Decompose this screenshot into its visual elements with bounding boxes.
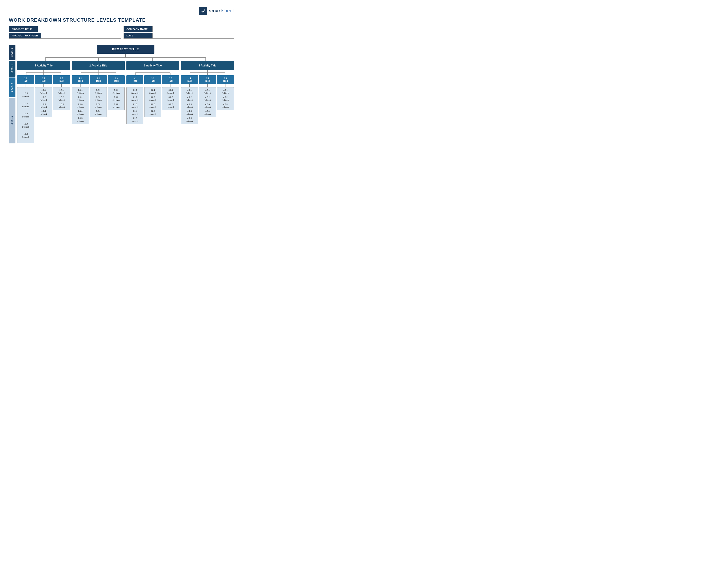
info-row-2: PROJECT MANAGER DATE [9,32,234,39]
activity-2-section: 2 Activity Title 2.1 Task 2.1.1Subtask [72,61,125,143]
sub-1-2-3: 1.2.3Subtask [36,103,51,109]
wbs-diagram: LEVEL 1 LEVEL 2 LEVEL 3 LEVEL 4 PROJECT … [9,45,234,143]
sub-1-1-5: 1.1.5Subtask [18,132,33,139]
task-1-1-box: 1.1 Task [17,75,34,84]
project-manager-cell: PROJECT MANAGER [9,32,121,39]
vc-3-2 [153,84,153,87]
vc-2-3 [116,84,116,87]
connector-l1-l2 [17,54,234,61]
project-title-value[interactable] [38,26,121,32]
sub-1-1-3: 1.1.3Subtask [18,112,33,118]
subtask-4-3-box: 4.3.1Subtask 4.3.2Subtask 4.3.3Subtask [217,87,234,110]
task-3-1-box: 3.1 Task [126,75,143,84]
info-row-1: PROJECT TITLE COMPANY NAME [9,26,234,32]
task-3-3-box: 3.3 Task [162,75,179,84]
task-2-3-col: 2.3 Task 2.3.1Subtask 2.3.2Subtask 2.3.3… [108,75,125,124]
date-value[interactable] [152,33,234,38]
sub-2-2-4: 2.2.4Subtask [91,109,106,116]
sub-3-2-3: 3.2.3Subtask [145,103,160,109]
sub-1-3-3: 1.3.3Subtask [54,103,69,109]
subtask-3-2-box: 3.2.1Subtask 3.2.2Subtask 3.2.3Subtask 3… [144,87,161,117]
sub-3-2-1: 3.2.1Subtask [145,88,160,95]
activity-2-box: 2 Activity Title [72,61,125,70]
subtask-4-1-box: 4.1.1Subtask 4.1.2Subtask 4.1.3Subtask 4… [181,87,198,124]
vc-4-3 [225,84,226,87]
sub-4-2-3: 4.2.3Subtask [200,103,215,109]
subtask-1-3-box: 1.3.1Subtask 1.3.2Subtask 1.3.3Subtask [53,87,70,110]
level3-badge: LEVEL 3 [9,77,15,97]
sub-1-1-2: 1.1.2Subtask [18,102,33,108]
activity-4-tasks: 4.1 Task 4.1.1Subtask 4.1.2Subtask 4.1.3… [181,75,234,124]
task-4-3-col: 4.3 Task 4.3.1Subtask 4.3.2Subtask 4.3.3… [217,75,234,124]
task-1-1-col: 1.1 Task 1.1.1Subtask 1.1.2Subtask 1.1.3… [17,75,34,143]
level4-badge: LEVEL 4 [9,98,15,143]
subtask-3-1-box: 3.1.1Subtask 3.1.2Subtask 3.1.3Subtask 3… [126,87,143,124]
sub-3-3-1: 3.3.1Subtask [163,88,178,95]
sub-3-3-2: 3.3.2Subtask [163,96,178,102]
sub-4-2-4: 4.2.4Subtask [200,109,215,116]
sub-3-1-5: 3.1.5Subtask [127,117,143,123]
subtask-2-1-box: 2.1.1Subtask 2.1.2Subtask 2.1.3Subtask 2… [72,87,89,124]
subtask-2-3-box: 2.3.1Subtask 2.3.2Subtask 2.3.3Subtask [108,87,125,110]
company-name-value[interactable] [152,26,234,32]
task-4-1-box: 4.1 Task [181,75,198,84]
sub-1-2-2: 1.2.2Subtask [36,96,51,102]
conn-act4-tasks [181,70,234,75]
task-4-1-col: 4.1 Task 4.1.1Subtask 4.1.2Subtask 4.1.3… [181,75,198,124]
task-4-2-col: 4.2 Task 4.2.1Subtask 4.2.2Subtask 4.2.3… [199,75,216,124]
sub-2-3-2: 2.3.2Subtask [109,96,124,102]
vc-1-2 [43,84,44,87]
sub-3-3-3: 3.3.3Subtask [163,103,178,109]
sub-2-2-1: 2.2.1Subtask [91,88,106,95]
project-title-pair: PROJECT TITLE [9,26,121,32]
sub-4-1-2: 4.1.2Subtask [182,96,197,102]
sub-1-1-1: 1.1.1Subtask [18,92,33,98]
level1-row: PROJECT TITLE [17,45,234,54]
sub-2-2-2: 2.2.2Subtask [91,96,106,102]
sub-4-3-3: 4.3.3Subtask [218,103,233,109]
task-1-3-box: 1.3 Task [53,75,70,84]
project-title-label: PROJECT TITLE [9,26,38,32]
subtask-3-3-box: 3.3.1Subtask 3.3.2Subtask 3.3.3Subtask [162,87,179,110]
sub-3-1-2: 3.1.2Subtask [127,96,143,102]
vc-3-1 [135,84,135,87]
sub-2-1-2: 2.1.2Subtask [73,96,88,102]
conn-act1-tasks [17,70,70,75]
logo-icon [199,7,207,15]
task-3-1-col: 3.1 Task 3.1.1Subtask 3.1.2Subtask 3.1.3… [126,75,143,124]
activity-4-section: 4 Activity Title 4.1 Task 4.1.1Subtask [181,61,234,143]
task-1-2-col: 1.2 Task 1.2.1Subtask 1.2.2Subtask 1.2.3… [35,75,52,143]
project-manager-label: PROJECT MANAGER [9,33,41,38]
logo-text: smartsheet [209,8,234,14]
sub-3-1-3: 3.1.3Subtask [127,103,143,109]
date-label: DATE [124,33,152,38]
vc-4-2 [207,84,208,87]
task-2-1-col: 2.1 Task 2.1.1Subtask 2.1.2Subtask 2.1.3… [72,75,89,124]
project-title-cell: PROJECT TITLE [9,26,121,32]
sub-4-2-1: 4.2.1Subtask [200,88,215,95]
sub-4-3-1: 4.3.1Subtask [218,88,233,95]
level1-badge: LEVEL 1 [9,45,15,60]
sub-2-1-3: 2.1.3Subtask [73,103,88,109]
activity-2-tasks: 2.1 Task 2.1.1Subtask 2.1.2Subtask 2.1.3… [72,75,125,124]
sub-3-2-2: 3.2.2Subtask [145,96,160,102]
page-title: WORK BREAKDOWN STRUCTURE LEVELS TEMPLATE [9,17,234,23]
vc-2-1 [80,84,81,87]
task-4-3-box: 4.3 Task [217,75,234,84]
sub-2-1-5: 2.1.5Subtask [73,117,88,123]
info-table: PROJECT TITLE COMPANY NAME PROJECT MANAG… [9,26,234,39]
vc-2-2 [98,84,99,87]
activity-1-section: 1 Activity Title 1.1 Task [17,61,70,143]
vc-3-3 [171,84,171,87]
project-title-box: PROJECT TITLE [97,45,154,54]
project-manager-pair: PROJECT MANAGER [9,33,121,39]
task-2-1-box: 2.1 Task [72,75,89,84]
sub-1-1-4: 1.1.4Subtask [18,122,33,129]
sub-4-1-1: 4.1.1Subtask [182,88,197,95]
sub-2-2-3: 2.2.3Subtask [91,103,106,109]
project-manager-value[interactable] [41,33,121,38]
date-cell: DATE [121,32,234,39]
activity-1-tasks: 1.1 Task 1.1.1Subtask 1.1.2Subtask 1.1.3… [17,75,70,143]
vc-1-1 [26,84,26,87]
task-2-2-col: 2.2 Task 2.2.1Subtask 2.2.2Subtask 2.2.3… [90,75,107,124]
